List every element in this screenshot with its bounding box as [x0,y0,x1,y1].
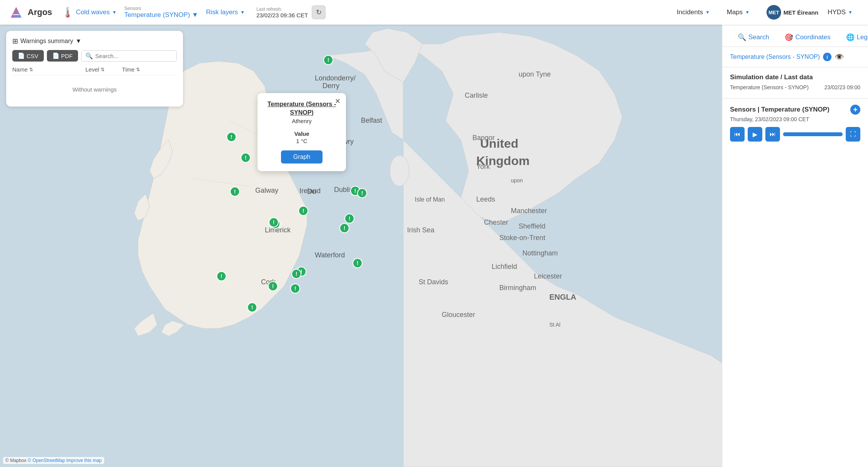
svg-text:Leeds: Leeds [476,195,495,203]
svg-text:St Al: St Al [549,322,560,328]
svg-text:Gloucester: Gloucester [442,311,475,319]
map-marker-m6[interactable]: ! [357,188,367,198]
sim-row-label: Temperature (Sensors - SYNOP) [730,84,809,90]
svg-text:Sheffield: Sheffield [519,222,545,230]
right-content: Simulation date / Last data Temperature … [722,67,868,467]
pdf-button[interactable]: 📄 PDF [47,50,78,62]
legend-layer-title: Temperature (Sensors - SYNOP) i 👁️ [730,52,860,62]
map-marker-m1[interactable]: ! [323,55,334,65]
csv-button[interactable]: 📄 CSV [12,50,44,62]
svg-text:!: ! [294,285,296,292]
svg-text:Waterford: Waterford [315,251,345,259]
svg-text:St Davids: St Davids [419,278,448,286]
sim-row: Temperature (Sensors - SYNOP) 23/02/23 0… [730,84,860,90]
sensors-label: Sensors [124,6,198,11]
svg-text:!: ! [251,304,253,310]
svg-text:upon: upon [511,177,523,183]
osm-link[interactable]: © OpenStreetMap [28,458,66,463]
cold-waves-nav[interactable]: 🌡️ Cold waves ▼ [62,7,117,18]
map-marker-m12[interactable]: ! [352,258,363,269]
warnings-chevron-icon: ▼ [75,38,81,45]
popup-value-label: Value [267,130,337,137]
search-input[interactable] [95,53,173,59]
sensor-arrow-icon: ▼ [192,11,198,18]
sensors-title: Sensors | Temperature (SYNOP) + [730,105,860,115]
search-box[interactable]: 🔍 [81,50,177,62]
svg-text:!: ! [349,215,351,222]
refresh-button[interactable]: ↻ [312,5,326,19]
map-marker-m2[interactable]: ! [226,132,237,142]
map-marker-m4[interactable]: ! [229,186,240,197]
svg-text:Ireland: Ireland [299,187,321,195]
map-marker-m8[interactable]: ! [344,213,355,224]
no-warnings-message: Without warnings [12,78,177,100]
map-marker-m7[interactable]: ! [298,205,309,216]
svg-text:Stoke-on-Trent: Stoke-on-Trent [499,234,545,242]
coordinates-tab-icon: 🎯 [785,33,793,42]
risk-layers-nav[interactable]: Risk layers ▼ [206,8,245,16]
svg-text:!: ! [328,57,329,63]
progress-bar[interactable] [783,132,843,136]
svg-text:!: ! [344,225,346,231]
maps-nav[interactable]: Maps ▼ [727,8,750,16]
incidents-arrow-icon: ▼ [705,10,710,15]
svg-text:!: ! [361,190,363,196]
map-marker-m9[interactable]: ! [339,223,350,233]
map-marker-m16[interactable]: ! [268,281,278,292]
attribution: © Mapbox © OpenStreetMap Improve this ma… [3,457,104,464]
svg-text:!: ! [357,260,359,266]
tab-legend[interactable]: 🌐 Legend [838,29,868,47]
svg-text:Irish Sea: Irish Sea [407,226,435,234]
svg-text:!: ! [234,188,236,195]
popup-value: 1 °C [267,138,337,144]
met-icon: MET [767,5,781,20]
search-tab-icon: 🔍 [738,33,746,42]
map-marker-m18[interactable]: ! [247,302,258,313]
fullscreen-button[interactable]: ⛶ [846,127,860,142]
refresh-label: Last refresh: [256,7,308,12]
map-marker-m17[interactable]: ! [290,283,301,294]
svg-text:ENGLA: ENGLA [549,293,576,301]
svg-text:Londonderry/: Londonderry/ [315,74,356,82]
add-sensor-button[interactable]: + [850,105,860,115]
simulation-section: Simulation date / Last data Temperature … [722,67,868,98]
map-marker-m3[interactable]: ! [240,152,251,163]
popup-title-line1: Temperature (Sensors - [267,101,337,108]
col-level-header[interactable]: Level ⇅ [85,66,122,73]
mapbox-attribution: © Mapbox [5,458,27,463]
col-name-header[interactable]: Name ⇅ [12,66,85,73]
legend-eye-icon[interactable]: 👁️ [835,52,844,62]
improve-link[interactable]: Improve this map [66,458,101,463]
cold-waves-arrow-icon: ▼ [112,10,116,15]
map-marker-m11[interactable]: ! [268,217,279,228]
tab-search[interactable]: 🔍 Search [730,29,777,47]
met-logo: MET MET Éireann [767,5,818,20]
map-marker-m14[interactable]: ! [291,269,302,279]
popup-station: Athenry [267,118,337,124]
warnings-summary-header[interactable]: ⊞ Warnings summary ▼ [12,37,177,45]
prev-button[interactable]: ⏮ [730,127,745,142]
legend-area: Temperature (Sensors - SYNOP) i 👁️ [722,47,868,67]
col-time-header[interactable]: Time ⇅ [122,66,177,73]
svg-text:Isle of Man: Isle of Man [415,196,445,203]
svg-text:Manchester: Manchester [511,207,547,215]
svg-text:!: ! [273,219,275,225]
tab-coordinates[interactable]: 🎯 Coordinates [777,29,838,47]
sensor-dropdown[interactable]: Temperature (SYNOP) ▼ [124,11,198,19]
popup-close-button[interactable]: ✕ [335,97,341,105]
refresh-time: 23/02/23 09:36 CET [256,12,308,18]
next-button[interactable]: ⏭ [765,127,780,142]
play-button[interactable]: ▶ [748,127,762,142]
legend-info-icon[interactable]: i [823,53,831,61]
map-marker-m15[interactable]: ! [216,271,227,282]
incidents-nav[interactable]: Incidents ▼ [677,8,710,16]
sort-icon: ⇅ [136,67,140,72]
right-top-tabs: 🔍 Search 🎯 Coordinates 🌐 Legend [722,25,868,47]
svg-text:Leicester: Leicester [534,272,562,280]
top-navigation: Argos 🌡️ Cold waves ▼ Sensors Temperatur… [0,0,868,25]
popup-graph-button[interactable]: Graph [281,150,323,163]
hyds-nav[interactable]: HYDS ▼ [828,8,853,16]
sort-icon: ⇅ [101,67,105,72]
sort-icon: ⇅ [29,67,33,72]
svg-text:!: ! [272,283,274,289]
